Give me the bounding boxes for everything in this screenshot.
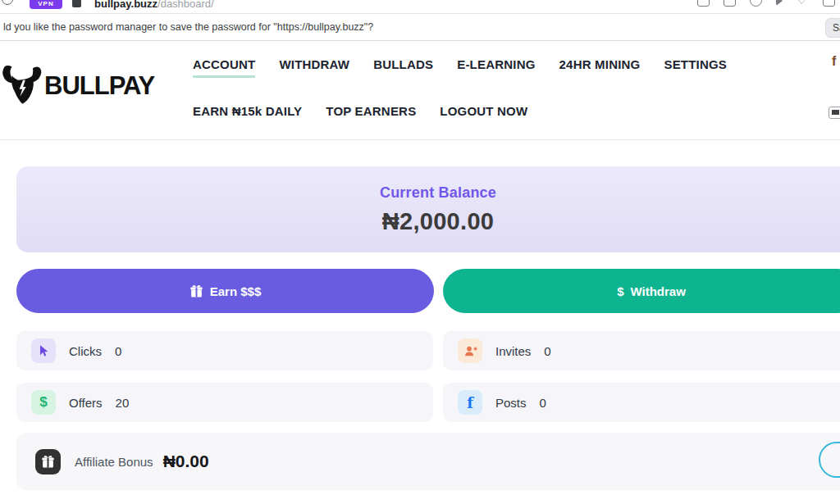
dollar-icon: $ (617, 284, 623, 298)
save-password-button[interactable]: Save (825, 18, 840, 38)
stat-offers[interactable]: $ Offers 20 (16, 383, 433, 422)
cursor-icon (31, 338, 56, 363)
balance-card: Current Balance ₦2,000.00 (16, 166, 840, 252)
balance-amount: ₦2,000.00 (16, 208, 840, 235)
stat-invites[interactable]: Invites 0 (443, 331, 840, 370)
stat-label: Posts (495, 396, 527, 410)
stat-value: 20 (116, 396, 130, 410)
lock-icon[interactable] (72, 0, 81, 7)
browser-url-bar: VPN bullpay.buzz/dashboard/ ♡ (0, 0, 840, 14)
bullpay-logo[interactable]: BULLPAY (0, 61, 154, 111)
stat-label: Invites (495, 344, 531, 358)
nav-settings[interactable]: SETTINGS (664, 57, 727, 78)
screen: VPN bullpay.buzz/dashboard/ ♡ ld you lik… (0, 0, 840, 504)
password-save-bar: ld you like the password manager to save… (0, 15, 840, 41)
header-edge-icon-top[interactable]: f (832, 54, 836, 69)
stat-value: 0 (115, 344, 121, 358)
stat-label: Offers (69, 396, 103, 410)
affiliate-amount: ₦0.00 (163, 452, 209, 471)
withdraw-button[interactable]: $ Withdraw (443, 269, 840, 313)
password-prompt-text: ld you like the password manager to save… (3, 21, 373, 33)
send-icon[interactable] (776, 0, 783, 6)
download-icon[interactable] (823, 0, 835, 7)
bookmark-icon[interactable] (697, 0, 710, 7)
withdraw-button-label: Withdraw (630, 284, 685, 298)
nav-24hr-mining[interactable]: 24HR MINING (559, 57, 641, 78)
stat-value: 0 (544, 344, 550, 358)
url-host: bullpay.buzz (94, 0, 158, 10)
stat-clicks[interactable]: Clicks 0 (16, 331, 433, 370)
reload-icon[interactable] (2, 0, 13, 5)
affiliate-label: Affiliate Bonus (75, 455, 153, 469)
stat-value: 0 (540, 396, 546, 410)
nav-elearning[interactable]: E-LEARNING (457, 57, 535, 78)
stat-label: Clicks (69, 344, 102, 358)
affiliate-bonus-card: Affiliate Bonus ₦0.00 (16, 433, 840, 490)
gift-icon (189, 284, 203, 298)
url-path: /dashboard/ (158, 0, 214, 10)
extension-icon[interactable] (724, 0, 736, 7)
browser-toolbar-icons: ♡ (697, 0, 835, 7)
extension-badge[interactable]: VPN (30, 0, 62, 9)
nav-earn-daily[interactable]: EARN ₦15k DAILY (193, 104, 302, 122)
nav-account[interactable]: ACCOUNT (193, 57, 255, 78)
profile-icon[interactable] (750, 0, 762, 7)
earn-button[interactable]: Earn $$$ (16, 269, 434, 313)
nav-withdraw[interactable]: WITHDRAW (279, 57, 349, 78)
dollar-icon: $ (31, 390, 56, 415)
facebook-icon: f (458, 390, 482, 415)
balance-label: Current Balance (16, 184, 840, 202)
nav-bullads[interactable]: BULLADS (373, 57, 433, 78)
site-header: BULLPAY ACCOUNT WITHDRAW BULLADS E-LEARN… (0, 41, 840, 140)
earn-button-label: Earn $$$ (210, 284, 262, 298)
main-nav-row1: ACCOUNT WITHDRAW BULLADS E-LEARNING 24HR… (193, 57, 727, 78)
address-url[interactable]: bullpay.buzz/dashboard/ (94, 0, 214, 10)
stat-posts[interactable]: f Posts 0 (443, 383, 840, 422)
favorite-icon[interactable]: ♡ (797, 0, 809, 7)
nav-logout[interactable]: LOGOUT NOW (440, 104, 527, 122)
nav-top-earners[interactable]: TOP EARNERS (326, 104, 416, 122)
gift-icon (35, 449, 61, 474)
bull-icon (0, 61, 48, 111)
dollar-glyph: $ (39, 394, 47, 411)
person-add-icon (458, 338, 482, 363)
logo-text: BULLPAY (44, 71, 154, 101)
facebook-f-glyph: f (467, 394, 473, 411)
main-nav-row2: EARN ₦15k DAILY TOP EARNERS LOGOUT NOW (193, 104, 527, 122)
header-edge-icon-bottom[interactable] (829, 107, 840, 119)
